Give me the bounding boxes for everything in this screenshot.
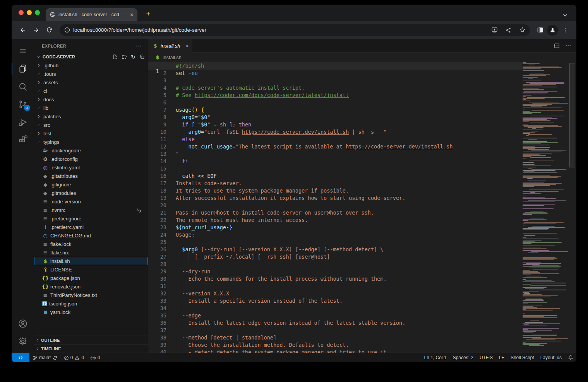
share-icon[interactable] (503, 25, 514, 36)
explorer-more-icon[interactable]: ⋯ (136, 43, 142, 49)
code-line-23[interactable]: 23${not_curl_usage-} (148, 224, 522, 231)
new-tab-button[interactable]: + (143, 9, 153, 19)
code-line-20[interactable]: 20 (148, 202, 522, 209)
tab-search-chevron-icon[interactable] (562, 12, 568, 18)
browser-profile-avatar[interactable] (547, 25, 558, 36)
notifications-bell-icon[interactable] (565, 353, 576, 362)
site-info-icon[interactable] (64, 27, 70, 33)
tree-item-docs[interactable]: docs (34, 95, 148, 104)
timeline-panel-header[interactable]: TIMELINE (34, 344, 148, 353)
side-panel-icon[interactable] (535, 25, 545, 36)
breadcrumb[interactable]: $ install.sh (148, 53, 576, 62)
problems-status[interactable]: 0 0 (61, 353, 87, 362)
code-line-25[interactable]: 25 (148, 239, 522, 246)
code-line-30[interactable]: 30 Echo the commands for the install pro… (148, 275, 522, 283)
code-line-22[interactable]: 22The remote host must have internet acc… (148, 217, 522, 224)
tree-item-.gitmodules[interactable]: ◆.gitmodules (34, 189, 148, 197)
reload-button[interactable] (43, 24, 55, 36)
tree-item-typings[interactable]: typings (34, 138, 148, 146)
code-line-4[interactable]: 4# code-server's automatic install scrip… (148, 84, 522, 92)
settings-gear-icon[interactable] (12, 333, 34, 350)
code-line-13[interactable]: 13" (148, 150, 522, 158)
outline-panel-header[interactable]: OUTLINE (34, 336, 148, 344)
editor-tab-install-sh[interactable]: $ install.sh × (148, 39, 192, 53)
code-line-40[interactable]: 40 - detect detects the system package m… (148, 349, 522, 353)
code-line-28[interactable]: 28 (148, 261, 522, 268)
ports-status[interactable]: 0 (87, 353, 103, 362)
tree-item-.eslintrc.yaml[interactable]: ◎.eslintrc.yaml (34, 163, 148, 172)
close-window-button[interactable] (19, 10, 24, 15)
code-line-6[interactable]: 6 (148, 99, 522, 106)
code-line-37[interactable]: 37 (148, 327, 522, 334)
tree-item-src[interactable]: src (34, 121, 148, 129)
extensions-activity-icon[interactable] (12, 131, 34, 149)
editor-scrollbar[interactable] (568, 62, 576, 353)
tree-item-test[interactable]: test (34, 129, 148, 138)
tree-item-install.sh[interactable]: $install.sh (34, 257, 148, 265)
split-editor-icon[interactable] (554, 43, 560, 49)
minimap[interactable] (522, 62, 568, 353)
tree-item-ThirdPartyNotices.txt[interactable]: ≡ThirdPartyNotices.txt (34, 291, 148, 299)
code-line-12[interactable]: 12 not_curl_usage="The latest script is … (148, 143, 522, 150)
code-line-26[interactable]: 26 $arg0 [--dry-run] [--version X.X.X] [… (148, 246, 522, 253)
code-line-27[interactable]: 27 [--prefix ~/.local] [--rsh ssh] [user… (148, 253, 522, 261)
tree-item-.dockerignore[interactable]: .dockerignore (34, 146, 148, 155)
code-line-8[interactable]: 8 arg0="$0" (148, 114, 522, 121)
code-line-14[interactable]: 14 fi (148, 158, 522, 165)
tab-close-icon[interactable]: × (130, 12, 134, 17)
tree-item-flake.nix[interactable]: ≡flake.nix (34, 248, 148, 257)
code-line-38[interactable]: 38 --method [detect | standalone] (148, 334, 522, 341)
tree-item-.github[interactable]: .github (34, 61, 148, 70)
code-editor[interactable]: 1#!/bin/sh2set -eu34# code-server's auto… (148, 62, 576, 353)
tree-item-.editorconfig[interactable]: ⚙.editorconfig (34, 155, 148, 163)
code-line-32[interactable]: 32 --version X.X.X (148, 290, 522, 297)
install-app-icon[interactable] (489, 25, 500, 36)
tree-item-assets[interactable]: assets (34, 78, 148, 87)
minimize-window-button[interactable] (27, 10, 32, 15)
cursor-position-status[interactable]: Ln 1, Col 1 (421, 353, 449, 362)
code-line-16[interactable]: 16 cath << EOF (148, 172, 522, 180)
tree-item-ci[interactable]: ci (34, 87, 148, 95)
search-activity-icon[interactable] (12, 78, 34, 96)
browser-tab[interactable]: install.sh - code-server - cod × (46, 8, 137, 21)
browser-menu-kebab-icon[interactable] (559, 24, 571, 36)
account-icon[interactable] (12, 315, 34, 333)
scrollbar-slider[interactable] (569, 63, 575, 167)
tree-item-.prettierignore[interactable]: ≡.prettierignore (34, 214, 148, 223)
code-line-31[interactable]: 31 (148, 283, 522, 290)
new-file-icon[interactable] (112, 54, 118, 60)
code-line-18[interactable]: 18It tries to use the system package man… (148, 187, 522, 194)
tree-item-LICENSE[interactable]: LICENSE (34, 265, 148, 274)
tree-item-.tours[interactable]: .tours (34, 70, 148, 78)
zoom-window-button[interactable] (35, 10, 40, 15)
tree-item-.node-version[interactable]: ≡.node-version (34, 197, 148, 206)
eol-status[interactable]: LF (496, 353, 507, 362)
code-line-29[interactable]: 29 --dry-run (148, 268, 522, 275)
code-line-2[interactable]: 2set -eu (148, 70, 522, 77)
code-line-11[interactable]: 11 else (148, 136, 522, 143)
code-line-3[interactable]: 3 (148, 77, 522, 84)
explorer-activity-icon[interactable] (12, 60, 34, 78)
tree-item-package.json[interactable]: {}package.json (34, 274, 148, 282)
code-line-19[interactable]: 19After successful installation it expla… (148, 194, 522, 202)
code-line-21[interactable]: 21Pass in user@host to install code-serv… (148, 209, 522, 217)
encoding-status[interactable]: UTF-8 (477, 353, 496, 362)
indentation-status[interactable]: Spaces: 2 (450, 353, 477, 362)
code-line-39[interactable]: 39 Choose the installation method. Defau… (148, 341, 522, 349)
remote-indicator[interactable] (12, 353, 29, 362)
language-mode-status[interactable]: Shell Script (507, 353, 537, 362)
collapse-folders-icon[interactable] (139, 54, 145, 60)
code-line-5[interactable]: 5# See https://coder.com/docs/code-serve… (148, 92, 522, 99)
code-line-15[interactable]: 15 (148, 165, 522, 172)
code-line-1[interactable]: 1#!/bin/sh (148, 62, 522, 70)
address-bar[interactable]: localhost:8080/?folder=/home/jothiprasat… (60, 24, 530, 36)
tree-item-lib[interactable]: lib (34, 104, 148, 112)
source-control-activity-icon[interactable]: 4 (12, 96, 34, 113)
tree-item-.gitattributes[interactable]: ◆.gitattributes (34, 172, 148, 180)
editor-tab-close-icon[interactable]: × (186, 43, 189, 49)
tree-item-patches[interactable]: patches (34, 112, 148, 121)
new-folder-icon[interactable] (122, 54, 127, 60)
tree-item-renovate.json[interactable]: {}renovate.json (34, 282, 148, 291)
folder-section-header[interactable]: CODE-SERVER ↻ (34, 53, 148, 61)
run-debug-activity-icon[interactable] (12, 113, 34, 131)
